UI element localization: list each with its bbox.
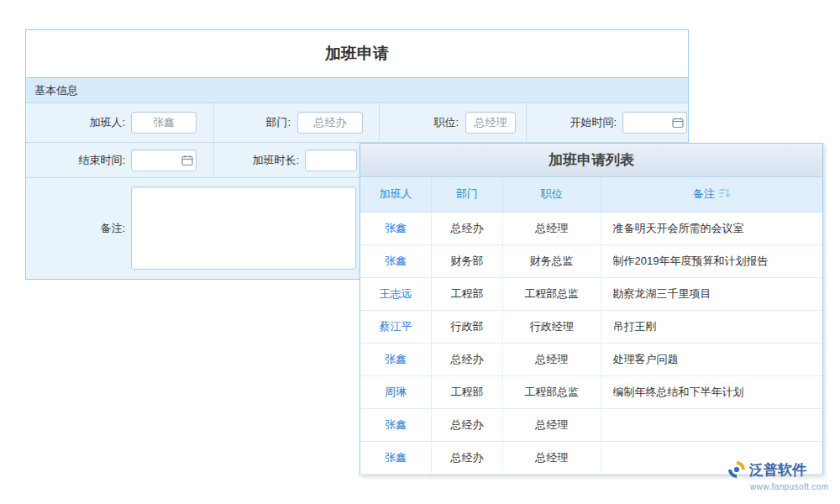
table-row: 蔡江平 行政部 行政经理 吊打王刚 — [360, 310, 822, 343]
header-remark[interactable]: 备注 — [601, 177, 822, 212]
start-time-label: 开始时间: — [528, 112, 617, 134]
section-basic-info: 基本信息 — [26, 78, 688, 103]
cell-position: 总经理 — [503, 343, 601, 375]
header-position: 职位 — [503, 177, 601, 212]
table-row: 张鑫 总经办 总经理 处理客户问题 — [360, 343, 822, 375]
duration-input[interactable] — [305, 150, 357, 171]
divider — [213, 143, 214, 177]
sort-icon[interactable] — [719, 188, 731, 201]
cell-person[interactable]: 周琳 — [360, 375, 431, 408]
cell-person[interactable]: 张鑫 — [360, 441, 431, 474]
list-body: 张鑫 总经办 总经理 准备明天开会所需的会议室 张鑫 财务部 财务总监 制作20… — [360, 212, 822, 474]
cell-department: 行政部 — [431, 310, 502, 343]
table-row: 王志远 工程部 工程部总监 勘察龙湖三千里项目 — [360, 277, 822, 310]
table-header-row: 加班人 部门 职位 备注 — [360, 177, 822, 212]
cell-remark: 准备明天开会所需的会议室 — [601, 212, 822, 244]
remark-textarea[interactable] — [131, 186, 356, 270]
divider — [213, 103, 214, 142]
cell-position: 总经理 — [503, 441, 601, 474]
overtime-table: 加班人 部门 职位 备注 张鑫 总经办 总经理 准备明天开会所需的会议室 张鑫 … — [360, 177, 822, 475]
cell-department: 工程部 — [431, 277, 502, 310]
position-input[interactable] — [465, 112, 516, 134]
end-time-field — [131, 150, 197, 171]
person-input[interactable] — [131, 112, 197, 134]
cell-position: 财务总监 — [503, 244, 601, 277]
cell-position: 总经理 — [503, 212, 601, 244]
person-label: 加班人: — [26, 112, 125, 134]
start-time-field — [622, 112, 687, 134]
brand-logo-icon — [727, 460, 746, 482]
form-title: 加班申请 — [26, 30, 688, 78]
cell-remark: 编制年终总结和下半年计划 — [601, 375, 822, 408]
remark-label: 备注: — [26, 218, 125, 239]
cell-remark: 处理客户问题 — [601, 343, 822, 375]
cell-position: 工程部总监 — [503, 277, 601, 310]
header-remark-label: 备注 — [693, 187, 715, 200]
divider — [379, 103, 380, 142]
cell-position: 行政经理 — [503, 310, 601, 343]
calendar-icon[interactable] — [672, 117, 684, 132]
cell-position: 工程部总监 — [503, 375, 601, 408]
cell-department: 总经办 — [431, 441, 502, 474]
calendar-icon[interactable] — [181, 155, 193, 170]
table-row: 张鑫 总经办 总经理 准备明天开会所需的会议室 — [360, 212, 822, 244]
header-department: 部门 — [431, 177, 502, 212]
cell-department: 总经办 — [431, 408, 502, 441]
cell-department: 财务部 — [431, 244, 502, 277]
cell-person[interactable]: 张鑫 — [360, 343, 431, 375]
cell-person[interactable]: 王志远 — [360, 277, 431, 310]
table-row: 周琳 工程部 工程部总监 编制年终总结和下半年计划 — [360, 375, 822, 408]
cell-department: 总经办 — [431, 212, 502, 244]
cell-person[interactable]: 张鑫 — [360, 408, 431, 441]
cell-department: 总经办 — [431, 343, 502, 375]
table-row: 张鑫 财务部 财务总监 制作2019年年度预算和计划报告 — [360, 244, 822, 277]
cell-remark: 吊打王刚 — [601, 310, 822, 343]
list-title: 加班申请列表 — [360, 144, 822, 177]
table-row: 张鑫 总经办 总经理 — [360, 408, 822, 441]
cell-remark: 勘察龙湖三千里项目 — [601, 277, 822, 310]
cell-department: 工程部 — [431, 375, 502, 408]
overtime-list-panel: 加班申请列表 加班人 部门 职位 备注 张鑫 总经办 总经理 准备明天开会所需的… — [360, 143, 823, 475]
department-input[interactable] — [297, 112, 363, 134]
cell-position: 总经理 — [503, 408, 601, 441]
divider — [526, 103, 527, 142]
duration-label: 加班时长: — [215, 150, 299, 171]
brand-url: www.fanpusoft.com — [750, 482, 832, 491]
cell-person[interactable]: 张鑫 — [360, 244, 431, 277]
department-label: 部门: — [215, 112, 291, 134]
cell-person[interactable]: 蔡江平 — [360, 310, 431, 343]
brand-watermark: 泛普软件 www.fanpusoft.com — [727, 460, 832, 491]
brand-name: 泛普软件 — [749, 463, 806, 479]
header-person: 加班人 — [360, 177, 431, 212]
cell-remark: 制作2019年年度预算和计划报告 — [601, 244, 822, 277]
position-label: 职位: — [383, 112, 459, 134]
form-row-1: 加班人: 部门: 职位: 开始时间: — [26, 103, 688, 143]
cell-person[interactable]: 张鑫 — [360, 212, 431, 244]
cell-remark — [601, 408, 822, 441]
end-time-label: 结束时间: — [26, 150, 125, 171]
